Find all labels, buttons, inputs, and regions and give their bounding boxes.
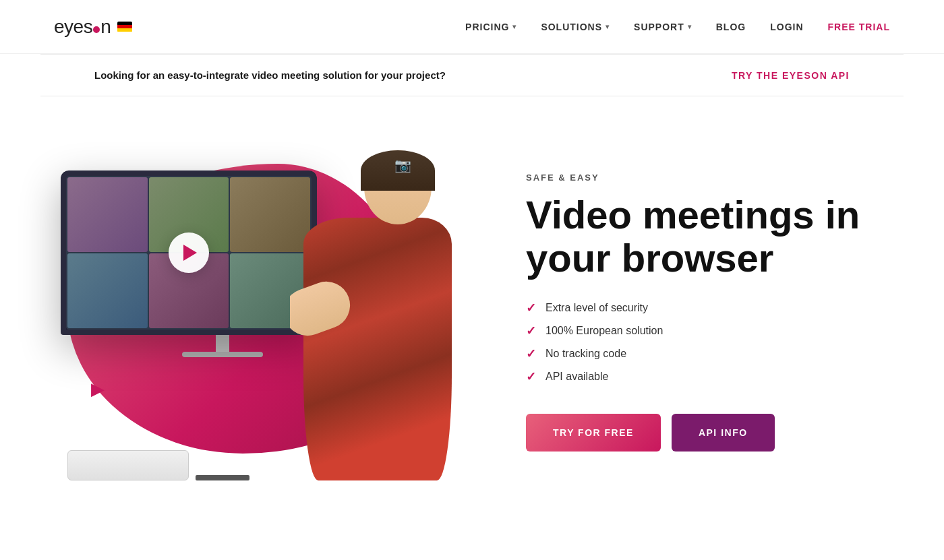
hero-title: Video meetings in your browser — [526, 193, 890, 280]
keyboard-illustration — [67, 450, 189, 480]
try-for-free-button[interactable]: TRY FOR FREE — [526, 414, 661, 452]
feature-item: ✓ API available — [526, 369, 890, 384]
nav-pricing[interactable]: PRICING ▾ — [465, 22, 517, 32]
hero-content: SAFE & EASY Video meetings in your brows… — [499, 173, 890, 452]
video-tile — [67, 177, 148, 252]
feature-item: ✓ Extra level of security — [526, 301, 890, 315]
camera-icon: 📷 — [394, 157, 411, 173]
checkmark-icon: ✓ — [526, 323, 536, 338]
checkmark-icon: ✓ — [526, 346, 536, 361]
nav-support[interactable]: SUPPORT ▾ — [634, 22, 692, 32]
chevron-down-icon: ▾ — [512, 23, 517, 30]
chevron-down-icon: ▾ — [606, 23, 610, 30]
feature-item: ✓ No tracking code — [526, 346, 890, 361]
play-icon — [183, 245, 197, 261]
header: eyesn PRICING ▾ SOLUTIONS ▾ SUPPORT ▾ BL… — [0, 0, 944, 54]
hero-subtitle: SAFE & EASY — [526, 173, 890, 183]
banner-cta-link[interactable]: TRY THE EYESON API — [732, 70, 850, 81]
logo-area: eyesn — [54, 16, 132, 38]
nav-free-trial[interactable]: FREE TRIAL — [828, 22, 890, 32]
person-illustration — [290, 150, 452, 480]
desk-items — [67, 450, 249, 480]
banner-text: Looking for an easy-to-integrate video m… — [94, 69, 446, 81]
language-flag-icon[interactable] — [117, 22, 132, 32]
feature-list: ✓ Extra level of security ✓ 100% Europea… — [526, 301, 890, 384]
nav-blog[interactable]: BLOG — [716, 22, 746, 32]
feature-item: ✓ 100% European solution — [526, 323, 890, 338]
chevron-down-icon: ▾ — [688, 23, 692, 30]
main-nav: PRICING ▾ SOLUTIONS ▾ SUPPORT ▾ BLOG LOG… — [465, 22, 890, 32]
hero-section: 📷 ▶ — [0, 96, 944, 514]
play-button[interactable] — [169, 232, 209, 273]
monitor-base — [182, 352, 263, 357]
logo[interactable]: eyesn — [54, 16, 111, 38]
checkmark-icon: ✓ — [526, 369, 536, 384]
arrow-decoration-icon: ▶ — [91, 379, 105, 400]
checkmark-icon: ✓ — [526, 301, 536, 315]
hero-buttons: TRY FOR FREE API INFO — [526, 414, 890, 452]
nav-solutions[interactable]: SOLUTIONS ▾ — [541, 22, 610, 32]
hero-image-area: 📷 ▶ — [54, 150, 459, 474]
monitor-neck — [216, 335, 229, 352]
video-tile — [67, 253, 148, 328]
monitor-screen-frame — [61, 170, 317, 335]
nav-login[interactable]: LOGIN — [770, 22, 803, 32]
feature-text: 100% European solution — [545, 325, 663, 337]
notebook-illustration — [196, 475, 249, 480]
feature-text: No tracking code — [545, 348, 626, 360]
feature-text: Extra level of security — [545, 302, 648, 314]
promo-banner: Looking for an easy-to-integrate video m… — [40, 54, 904, 96]
feature-text: API available — [545, 371, 608, 383]
api-info-button[interactable]: API INFO — [672, 414, 775, 452]
